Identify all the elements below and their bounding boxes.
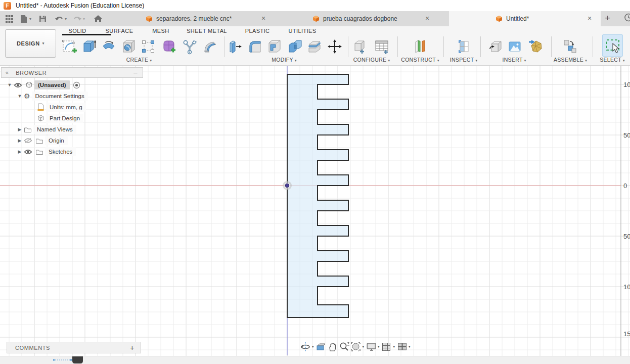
tab-surface[interactable]: SURFACE <box>106 28 133 34</box>
fusion-app-icon: F <box>4 2 11 10</box>
hole-icon[interactable] <box>120 37 138 56</box>
pattern-icon[interactable] <box>139 37 157 56</box>
recent-documents-icon[interactable] <box>624 13 630 22</box>
tab-solid[interactable]: SOLID <box>68 28 86 34</box>
browser-item-label[interactable]: Origin <box>45 136 68 145</box>
configuration-table-icon[interactable] <box>373 37 391 56</box>
browser-item-label[interactable]: Sketches <box>45 147 76 156</box>
create-form-icon[interactable] <box>160 37 178 56</box>
browser-row-root[interactable]: ▼ (Unsaved) <box>7 80 82 90</box>
group-label-assemble[interactable]: ASSEMBLE ▾ <box>554 57 587 63</box>
tab-sheet-metal[interactable]: SHEET METAL <box>187 28 227 34</box>
browser-row-origin[interactable]: ▶ Origin <box>17 135 68 146</box>
new-tab-button[interactable]: + <box>605 13 610 24</box>
close-tab-icon[interactable]: × <box>588 14 592 22</box>
chevron-down-icon[interactable]: ▼ <box>17 94 22 99</box>
collapse-panel-icon[interactable]: « <box>6 70 9 75</box>
visibility-eye-icon[interactable] <box>14 82 22 88</box>
display-menu-caret[interactable]: ▾ <box>378 345 380 349</box>
press-pull-icon[interactable] <box>226 37 244 56</box>
activate-component-radio[interactable] <box>73 81 80 89</box>
group-label-create[interactable]: CREATE ▾ <box>126 57 152 63</box>
revolve-icon[interactable] <box>100 37 118 56</box>
tab-utilities[interactable]: UTILITIES <box>289 28 317 34</box>
browser-row-document-settings[interactable]: ▼ ⚙ Document Settings <box>17 91 88 101</box>
workspace-switcher[interactable]: DESIGN▾ <box>5 29 56 58</box>
browser-row-units[interactable]: Units: mm, g <box>35 102 86 112</box>
derive-icon[interactable] <box>181 37 199 56</box>
zoom-icon[interactable] <box>339 341 350 353</box>
extrude-icon[interactable] <box>80 37 98 56</box>
shell-icon[interactable] <box>265 37 284 56</box>
pan-icon[interactable] <box>327 341 339 353</box>
group-label-select[interactable]: SELECT ▾ <box>600 57 625 63</box>
fit-icon[interactable] <box>350 341 362 353</box>
origin-point[interactable] <box>285 184 289 187</box>
browser-row-part-design[interactable]: Part Design <box>35 113 83 123</box>
look-at-icon[interactable] <box>316 341 327 353</box>
group-label-modify[interactable]: MODIFY ▾ <box>272 57 297 63</box>
doc-tab-prueba[interactable]: prueba cuagrados dogbone × <box>302 11 437 26</box>
split-body-icon[interactable] <box>305 37 324 56</box>
close-tab-icon[interactable]: × <box>261 14 265 22</box>
viewports-menu-caret[interactable]: ▾ <box>409 345 411 349</box>
folder-icon <box>35 149 43 155</box>
orbit-menu-caret[interactable]: ▾ <box>312 345 314 349</box>
insert-mesh-icon[interactable] <box>527 37 545 56</box>
doc-tab-separadores[interactable]: separadores. 2 mueble cnc* × <box>138 11 276 26</box>
group-label-inspect[interactable]: INSPECT ▾ <box>450 57 477 63</box>
comments-bar[interactable]: COMMENTS + <box>7 342 141 353</box>
construction-plane-icon[interactable] <box>411 37 429 56</box>
browser-row-sketches[interactable]: ▶ Sketches <box>17 147 76 157</box>
visibility-eye-icon[interactable] <box>24 149 32 155</box>
configuration-icon[interactable] <box>351 37 369 56</box>
doc-tab-untitled[interactable]: Untitled* × <box>449 11 601 26</box>
add-comment-button[interactable]: + <box>130 344 134 352</box>
fillet-icon[interactable] <box>246 37 264 56</box>
fit-menu-caret[interactable]: ▾ <box>363 345 365 349</box>
group-label-configure[interactable]: CONFIGURE ▾ <box>353 57 390 63</box>
chevron-right-icon[interactable]: ▶ <box>17 138 22 143</box>
group-separator <box>397 36 398 57</box>
grid-menu-caret[interactable]: ▾ <box>393 345 395 349</box>
chevron-right-icon[interactable]: ▶ <box>17 127 22 132</box>
close-tab-icon[interactable]: × <box>425 14 429 22</box>
chevron-right-icon[interactable]: ▶ <box>17 149 22 154</box>
sweep-icon[interactable] <box>201 37 219 56</box>
browser-item-label[interactable]: Units: mm, g <box>46 103 86 112</box>
file-icon[interactable] <box>19 15 28 23</box>
apps-grid-icon[interactable] <box>5 15 14 23</box>
browser-row-named-views[interactable]: ▶ Named Views <box>17 124 76 134</box>
home-icon[interactable] <box>94 15 102 23</box>
browser-item-label[interactable]: Document Settings <box>32 92 88 101</box>
viewports-icon[interactable] <box>396 341 408 353</box>
create-sketch-icon[interactable] <box>61 37 79 56</box>
insert-derive-icon[interactable] <box>487 37 505 56</box>
browser-item-label[interactable]: (Unsaved) <box>34 80 70 89</box>
tab-mesh[interactable]: MESH <box>152 28 169 34</box>
browser-item-label[interactable]: Named Views <box>33 125 76 134</box>
new-component-icon[interactable] <box>561 37 579 56</box>
combine-icon[interactable] <box>286 37 304 56</box>
grid-display-icon[interactable] <box>381 341 393 353</box>
orbit-icon[interactable] <box>300 341 311 353</box>
undo-menu-caret[interactable]: ▾ <box>65 17 67 21</box>
browser-item-label[interactable]: Part Design <box>46 114 83 123</box>
browser-panel-header[interactable]: « BROWSER – <box>1 67 143 78</box>
display-settings-icon[interactable] <box>366 341 377 353</box>
tab-plastic[interactable]: PLASTIC <box>245 28 270 34</box>
save-icon[interactable] <box>38 15 47 23</box>
file-menu-caret[interactable]: ▾ <box>29 17 31 21</box>
sketch-profile[interactable] <box>287 74 348 317</box>
visibility-off-eye-icon[interactable] <box>24 138 32 144</box>
group-label-construct[interactable]: CONSTRUCT ▾ <box>401 57 439 63</box>
minimize-panel-icon[interactable]: – <box>133 69 138 76</box>
group-label-insert[interactable]: INSERT ▾ <box>503 57 526 63</box>
timeline-position-marker[interactable] <box>52 356 83 364</box>
canvas-image-icon[interactable] <box>506 37 524 56</box>
sketch-canvas[interactable]: 10050050100150 <box>0 66 630 356</box>
undo-icon[interactable] <box>55 15 63 23</box>
move-copy-icon[interactable] <box>326 37 344 56</box>
measure-icon[interactable] <box>455 37 473 56</box>
chevron-down-icon[interactable]: ▼ <box>7 82 12 87</box>
